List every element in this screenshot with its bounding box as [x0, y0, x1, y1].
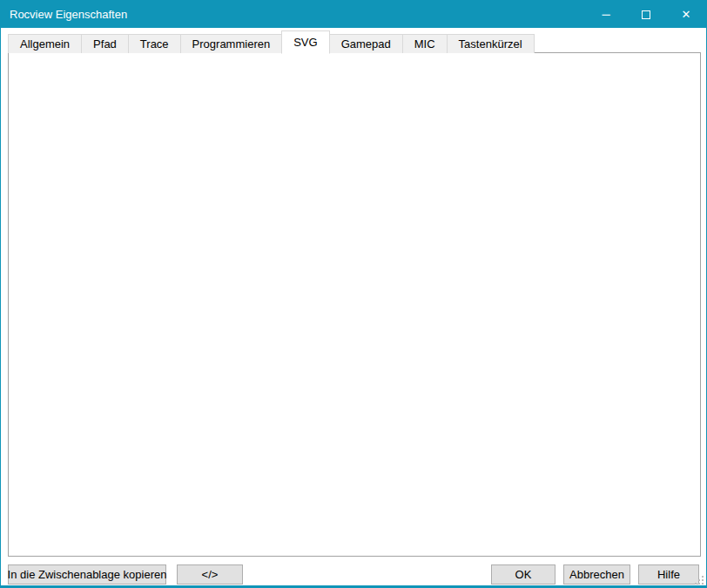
tab-allgemein[interactable]: Allgemein: [8, 34, 82, 53]
cancel-button[interactable]: Abbrechen: [563, 564, 630, 585]
help-button[interactable]: Hilfe: [638, 564, 699, 585]
titlebar: Rocview Eigenschaften ─ ✕: [1, 1, 706, 28]
tab-label: Programmieren: [192, 37, 271, 51]
tab-strip: Allgemein Pfad Trace Programmieren SVG G…: [8, 30, 535, 53]
tab-tastenkuerzel[interactable]: Tastenkürzel: [447, 34, 535, 53]
minimize-icon: ─: [602, 8, 609, 21]
tab-label: Pfad: [93, 37, 117, 51]
close-button[interactable]: ✕: [666, 1, 706, 28]
tab-label: Gamepad: [341, 37, 391, 51]
tab-label: Tastenkürzel: [459, 37, 522, 51]
resize-grip-icon[interactable]: [695, 576, 704, 585]
tab-label: Trace: [140, 37, 169, 51]
tab-programmieren[interactable]: Programmieren: [180, 34, 283, 53]
window-controls: ─ ✕: [586, 1, 706, 28]
ok-button[interactable]: OK: [491, 564, 556, 585]
svg-tab-panel: [8, 52, 701, 557]
tab-label: SVG: [293, 36, 317, 49]
maximize-icon: [642, 10, 650, 19]
window-title: Rocview Eigenschaften: [1, 8, 586, 21]
tab-label: Allgemein: [20, 37, 70, 51]
tab-mic[interactable]: MIC: [402, 34, 448, 53]
copy-to-clipboard-button[interactable]: In die Zwischenablage kopieren: [8, 564, 166, 585]
tab-trace[interactable]: Trace: [128, 34, 181, 53]
close-icon: ✕: [682, 8, 691, 21]
tab-label: MIC: [414, 37, 435, 51]
rocview-properties-dialog: Rocview Eigenschaften ─ ✕ Allgemein Pfad…: [0, 0, 707, 588]
tab-pfad[interactable]: Pfad: [81, 34, 129, 53]
maximize-button[interactable]: [626, 1, 666, 28]
code-view-button[interactable]: </>: [177, 564, 243, 585]
tab-svg[interactable]: SVG: [281, 30, 329, 54]
minimize-button[interactable]: ─: [586, 1, 626, 28]
tab-gamepad[interactable]: Gamepad: [329, 34, 403, 53]
